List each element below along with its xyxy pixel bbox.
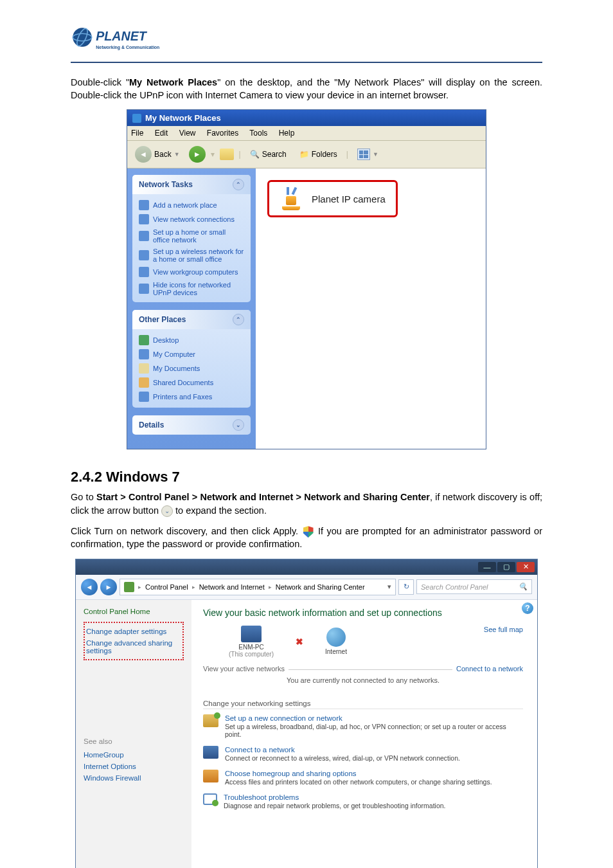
see-full-map-link[interactable]: See full map <box>484 626 523 633</box>
network-map: ENM-PC (This computer) ✖ Internet <box>229 626 347 658</box>
search-button[interactable]: 🔍 Search <box>246 149 290 160</box>
sidebar-item-view-connections[interactable]: View network connections <box>139 212 244 226</box>
crumb-network-internet[interactable]: Network and Internet <box>199 583 265 591</box>
minimize-button[interactable]: — <box>478 562 496 572</box>
maximize-button[interactable]: ▢ <box>497 562 515 572</box>
expand-arrow-icon: ⌄ <box>161 505 173 517</box>
option-setup-connection[interactable]: Set up a new connection or networkSet up… <box>203 714 523 738</box>
intro-paragraph: Double-click "My Network Places" on the … <box>71 76 542 102</box>
sidebar-item-hide-upnp[interactable]: Hide icons for networked UPnP devices <box>139 279 244 298</box>
change-advanced-sharing-link[interactable]: Change advanced sharing settings <box>86 637 181 656</box>
menu-view[interactable]: View <box>179 129 196 138</box>
other-places-header[interactable]: Other Places⌃ <box>132 310 251 329</box>
connect-network-icon <box>203 746 218 759</box>
header-divider <box>71 62 542 63</box>
crumb-sharing-center[interactable]: Network and Sharing Center <box>276 583 365 591</box>
setup-connection-icon <box>203 714 218 727</box>
brand-logo: PLANET Networking & Communication <box>71 26 542 55</box>
home-network-icon <box>139 231 149 241</box>
window-titlebar[interactable]: My Network Places <box>127 110 486 126</box>
disconnected-icon: ✖ <box>296 637 303 647</box>
menu-file[interactable]: File <box>131 129 143 138</box>
details-header[interactable]: Details⌄ <box>132 415 251 435</box>
highlighted-links: Change adapter settings Change advanced … <box>84 622 184 660</box>
breadcrumb[interactable]: ▸ Control Panel ▸ Network and Internet ▸… <box>120 579 396 595</box>
sidebar: Network Tasks⌃ Add a network place View … <box>127 168 256 449</box>
sidebar-item-my-documents[interactable]: My Documents <box>139 361 244 375</box>
documents-icon <box>139 363 149 374</box>
other-places-panel: Other Places⌃ Desktop My Computer My Doc… <box>132 310 251 408</box>
connections-icon <box>139 214 149 224</box>
window-chrome: — ▢ ✕ <box>76 559 537 575</box>
this-computer-node: ENM-PC (This computer) <box>229 626 274 658</box>
sidebar-item-printers[interactable]: Printers and Faxes <box>139 390 244 404</box>
workgroup-icon <box>139 267 149 277</box>
menu-tools[interactable]: Tools <box>249 129 267 138</box>
camera-device-icon[interactable] <box>280 187 303 210</box>
forward-button[interactable]: ► <box>189 146 206 163</box>
desktop-icon <box>139 335 149 345</box>
troubleshoot-icon <box>203 793 217 805</box>
paragraph-2: Click Turn on network discovery, and the… <box>71 525 542 551</box>
sidebar-item-my-computer[interactable]: My Computer <box>139 347 244 361</box>
sidebar-item-shared-documents[interactable]: Shared Documents <box>139 375 244 390</box>
network-sharing-center-window: — ▢ ✕ ◄ ► ▸ Control Panel ▸ Network and … <box>75 559 538 868</box>
sidebar-item-setup-home-network[interactable]: Set up a home or small office network <box>139 226 244 246</box>
change-adapter-settings-link[interactable]: Change adapter settings <box>86 626 181 637</box>
sidebar-item-add-network-place[interactable]: Add a network place <box>139 198 244 212</box>
brand-name: PLANET <box>96 29 148 43</box>
sidebar-item-setup-wireless[interactable]: Set up a wireless network for a home or … <box>139 246 244 265</box>
change-settings-heading: Change your networking settings <box>203 700 523 709</box>
printers-icon <box>139 392 149 402</box>
internet-node: Internet <box>325 628 347 655</box>
option-homegroup[interactable]: Choose homegroup and sharing optionsAcce… <box>203 770 523 786</box>
content-area: Planet IP camera <box>256 168 486 449</box>
refresh-button[interactable]: ↻ <box>398 579 414 595</box>
search-input[interactable]: Search Control Panel🔍 <box>416 579 532 594</box>
network-tasks-panel: Network Tasks⌃ Add a network place View … <box>132 175 251 302</box>
windows-firewall-link[interactable]: Windows Firewall <box>84 772 184 784</box>
chevron-up-icon: ⌃ <box>233 179 244 190</box>
folders-button[interactable]: 📁 Folders <box>296 149 341 160</box>
option-connect-network[interactable]: Connect to a networkConnect or reconnect… <box>203 746 523 762</box>
homegroup-link[interactable]: HomeGroup <box>84 749 184 761</box>
address-bar-row: ◄ ► ▸ Control Panel ▸ Network and Intern… <box>76 575 537 600</box>
section-heading-windows7: 2.4.2 Windows 7 <box>71 469 542 485</box>
control-panel-home-link[interactable]: Control Panel Home <box>84 608 184 615</box>
toolbar: ◄Back▼ ► ▾ | 🔍 Search 📁 Folders | ▼ <box>127 140 486 168</box>
shared-docs-icon <box>139 377 149 388</box>
control-panel-icon <box>124 582 134 592</box>
active-networks-section: View your active networks Connect to a n… <box>203 669 523 670</box>
connect-network-link[interactable]: Connect to a network <box>452 665 523 673</box>
brand-tagline: Networking & Communication <box>96 45 159 50</box>
menu-edit[interactable]: Edit <box>155 129 168 138</box>
crumb-control-panel[interactable]: Control Panel <box>145 583 188 591</box>
back-button[interactable]: ◄Back▼ <box>131 145 184 164</box>
main-content: ? View your basic network information an… <box>191 600 537 868</box>
see-also-label: See also <box>84 737 184 745</box>
callout-label: Planet IP camera <box>312 194 386 204</box>
upnp-icon <box>139 284 149 294</box>
left-sidebar: Control Panel Home Change adapter settin… <box>76 600 191 868</box>
up-button[interactable] <box>220 149 234 160</box>
window-title: My Network Places <box>145 113 221 123</box>
internet-options-link[interactable]: Internet Options <box>84 761 184 772</box>
nav-forward-button[interactable]: ► <box>100 579 117 595</box>
main-heading: View your basic network information and … <box>203 608 523 618</box>
wireless-icon <box>139 250 149 260</box>
option-troubleshoot[interactable]: Troubleshoot problemsDiagnose and repair… <box>203 793 523 809</box>
search-icon: 🔍 <box>519 583 528 591</box>
network-tasks-header[interactable]: Network Tasks⌃ <box>132 175 251 194</box>
close-button[interactable]: ✕ <box>517 562 535 572</box>
menu-favorites[interactable]: Favorites <box>207 129 238 138</box>
ip-camera-callout: Planet IP camera <box>267 180 398 217</box>
sidebar-item-desktop[interactable]: Desktop <box>139 333 244 347</box>
my-network-places-window: My Network Places File Edit View Favorit… <box>127 109 486 449</box>
chevron-up-icon: ⌃ <box>233 314 244 325</box>
nav-back-button[interactable]: ◄ <box>81 579 98 595</box>
help-button[interactable]: ? <box>522 602 533 614</box>
chevron-down-icon: ⌄ <box>233 419 244 431</box>
sidebar-item-view-workgroup[interactable]: View workgroup computers <box>139 265 244 279</box>
menu-help[interactable]: Help <box>279 129 295 138</box>
views-button[interactable]: ▼ <box>353 147 382 161</box>
